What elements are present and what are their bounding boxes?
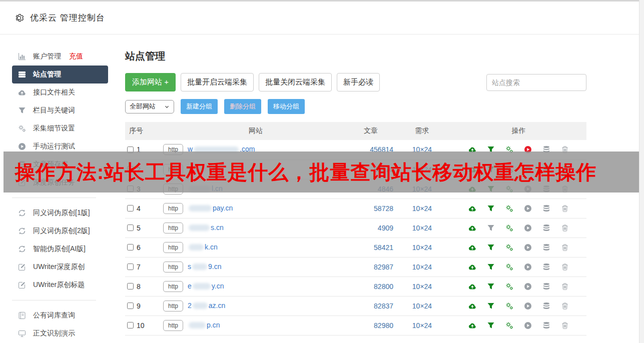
- http-protocol-chip[interactable]: http: [163, 222, 183, 234]
- sidebar-item[interactable]: 接口文件相关: [12, 84, 108, 102]
- row-checkbox[interactable]: [127, 283, 134, 290]
- sidebar-item[interactable]: UWriter深度原创: [12, 258, 108, 276]
- op-play-icon[interactable]: [524, 263, 532, 271]
- op-database-icon[interactable]: [542, 322, 550, 330]
- op-gears-icon[interactable]: [505, 263, 513, 271]
- op-play-icon[interactable]: [524, 282, 532, 290]
- sidebar-item[interactable]: 账户管理充值: [12, 48, 108, 66]
- article-count[interactable]: 82987: [348, 257, 393, 276]
- op-database-icon[interactable]: [542, 244, 550, 252]
- sidebar-item[interactable]: 正文识别演示: [12, 324, 108, 342]
- sidebar-item[interactable]: 公有词库查询: [12, 306, 108, 324]
- http-protocol-chip[interactable]: http: [163, 203, 183, 214]
- op-play-icon[interactable]: [524, 322, 532, 330]
- demand-value[interactable]: 10×24: [393, 257, 451, 276]
- article-count[interactable]: 82800: [348, 276, 393, 296]
- op-database-icon[interactable]: [542, 204, 550, 212]
- op-filter-icon[interactable]: [487, 244, 495, 252]
- demand-value[interactable]: 10×24: [393, 296, 451, 316]
- op-gears-icon[interactable]: [505, 244, 513, 252]
- op-trash-icon[interactable]: [561, 244, 569, 252]
- http-protocol-chip[interactable]: http: [163, 320, 183, 331]
- demand-value[interactable]: 10×24: [393, 276, 451, 296]
- demand-value[interactable]: 10×24: [393, 198, 451, 218]
- demand-value[interactable]: 10×24: [393, 218, 451, 238]
- op-gears-icon[interactable]: [505, 322, 513, 330]
- sidebar-item[interactable]: 站点管理: [12, 66, 108, 84]
- op-database-icon[interactable]: [542, 224, 550, 232]
- op-cloud-upload-icon[interactable]: [468, 204, 476, 212]
- op-gears-icon[interactable]: [505, 224, 513, 232]
- site-link[interactable]: s9.cn: [188, 262, 221, 270]
- demand-value[interactable]: 10×24: [393, 316, 451, 335]
- op-filter-icon[interactable]: [487, 263, 495, 271]
- new-group-button[interactable]: 新建分组: [181, 99, 218, 114]
- newbie-guide-button[interactable]: 新手必读: [337, 73, 380, 92]
- http-protocol-chip[interactable]: http: [163, 242, 183, 253]
- op-trash-icon[interactable]: [561, 282, 569, 290]
- row-checkbox[interactable]: [127, 205, 134, 212]
- http-protocol-chip[interactable]: http: [163, 281, 183, 292]
- op-play-icon[interactable]: [524, 244, 532, 252]
- op-filter-icon[interactable]: [487, 282, 495, 290]
- op-trash-icon[interactable]: [561, 204, 569, 212]
- row-checkbox[interactable]: [127, 224, 134, 231]
- batch-close-collect-button[interactable]: 批量关闭云端采集: [259, 73, 332, 92]
- sidebar-item[interactable]: 栏目与关键词: [12, 102, 108, 120]
- sidebar-item[interactable]: 同义词伪原创[1版]: [12, 204, 108, 222]
- op-filter-icon[interactable]: [487, 204, 495, 212]
- article-count[interactable]: 58421: [348, 238, 393, 257]
- op-gears-icon[interactable]: [505, 282, 513, 290]
- op-database-icon[interactable]: [542, 302, 550, 310]
- op-trash-icon[interactable]: [561, 302, 569, 310]
- op-trash-icon[interactable]: [561, 322, 569, 330]
- site-search-input[interactable]: [486, 74, 586, 91]
- site-link[interactable]: s.cn: [188, 224, 224, 232]
- op-database-icon[interactable]: [542, 282, 550, 290]
- op-trash-icon[interactable]: [561, 263, 569, 271]
- vertical-scrollbar[interactable]: [639, 0, 644, 343]
- op-filter-icon[interactable]: [487, 224, 495, 232]
- op-play-icon[interactable]: [524, 204, 532, 212]
- op-gears-icon[interactable]: [505, 204, 513, 212]
- op-database-icon[interactable]: [542, 263, 550, 271]
- op-play-icon[interactable]: [524, 302, 532, 310]
- article-count[interactable]: 82980: [348, 316, 393, 335]
- op-cloud-upload-icon[interactable]: [468, 282, 476, 290]
- row-checkbox[interactable]: [127, 244, 134, 250]
- move-group-button[interactable]: 移动分组: [268, 99, 305, 114]
- delete-group-button[interactable]: 删除分组: [224, 99, 261, 114]
- op-cloud-upload-icon[interactable]: [468, 322, 476, 330]
- site-link[interactable]: ey.cn: [188, 282, 224, 290]
- demand-value[interactable]: 10×24: [393, 238, 451, 257]
- article-count[interactable]: 58728: [348, 198, 393, 218]
- sidebar-item[interactable]: 智能伪原创[AI版]: [12, 240, 108, 258]
- sidebar-item[interactable]: 同义词伪原创[2版]: [12, 222, 108, 240]
- op-cloud-upload-icon[interactable]: [468, 263, 476, 271]
- site-link[interactable]: p.cn: [188, 321, 220, 329]
- site-link[interactable]: 2az.cn: [188, 302, 225, 310]
- op-play-icon[interactable]: [524, 224, 532, 232]
- op-cloud-upload-icon[interactable]: [468, 224, 476, 232]
- op-gears-icon[interactable]: [505, 302, 513, 310]
- batch-open-collect-button[interactable]: 批量开启云端采集: [181, 73, 254, 92]
- http-protocol-chip[interactable]: http: [163, 262, 183, 272]
- add-site-button[interactable]: 添加网站 +: [125, 73, 176, 92]
- group-filter-select[interactable]: 全部网站: [125, 100, 174, 114]
- op-filter-icon[interactable]: [487, 302, 495, 310]
- site-link[interactable]: k.cn: [188, 243, 218, 251]
- article-count[interactable]: 4909: [348, 218, 393, 238]
- op-cloud-upload-icon[interactable]: [468, 244, 476, 252]
- op-cloud-upload-icon[interactable]: [468, 302, 476, 310]
- row-checkbox[interactable]: [127, 264, 134, 270]
- row-checkbox[interactable]: [127, 322, 134, 328]
- recharge-badge[interactable]: 充值: [69, 52, 83, 61]
- sidebar-item[interactable]: 采集细节设置: [12, 120, 108, 138]
- row-checkbox[interactable]: [127, 302, 134, 309]
- site-link[interactable]: pay.cn: [188, 204, 233, 212]
- op-trash-icon[interactable]: [561, 224, 569, 232]
- article-count[interactable]: 82837: [348, 296, 393, 316]
- sidebar-item[interactable]: UWriter原创标题: [12, 276, 108, 294]
- http-protocol-chip[interactable]: http: [163, 300, 183, 312]
- op-filter-icon[interactable]: [487, 322, 495, 330]
